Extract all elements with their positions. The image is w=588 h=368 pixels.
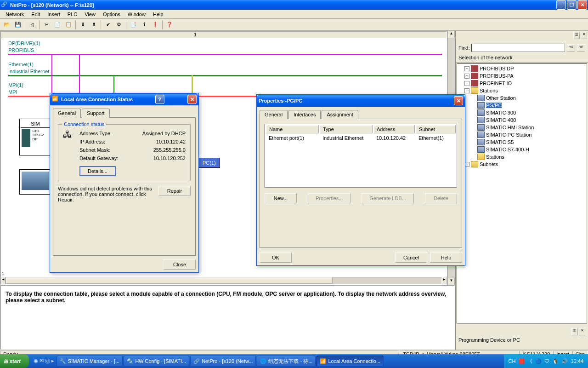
task-netpro[interactable]: 🔗NetPro - [s120 (Netw...: [190, 356, 256, 367]
tree-item[interactable]: -Stations: [458, 87, 586, 94]
desc-dock-icon[interactable]: ◫: [571, 328, 578, 335]
open-icon[interactable]: 📂: [2, 20, 12, 30]
tree-item[interactable]: SIMATIC S7-400-H: [458, 146, 586, 153]
cancel-button[interactable]: Cancel: [395, 253, 427, 263]
dev-icon: [477, 102, 485, 109]
h-scrollbar[interactable]: ◄►: [1, 277, 447, 284]
whatsthis-icon[interactable]: ❓: [164, 20, 175, 30]
catalog-description: Programming Device or PC: [458, 337, 585, 343]
find-up-icon[interactable]: m↑: [577, 44, 585, 52]
tree-item[interactable]: +PROFIBUS-PA: [458, 72, 586, 80]
tree-item[interactable]: Other Station: [458, 94, 586, 102]
menu-network[interactable]: Network: [2, 11, 28, 18]
print-icon[interactable]: 🖨: [27, 20, 37, 30]
tray-icon[interactable]: 🔵: [535, 358, 542, 364]
minimize-button[interactable]: _: [556, 0, 566, 10]
tray-icon[interactable]: 🛡: [544, 358, 549, 364]
tree-item[interactable]: Stations: [458, 153, 586, 161]
check-icon[interactable]: ✔: [103, 20, 113, 30]
ethernet-line[interactable]: [8, 75, 442, 76]
menu-plc[interactable]: PLC: [64, 11, 81, 18]
station-pc[interactable]: [19, 169, 51, 195]
tree-item[interactable]: SIMATIC 400: [458, 116, 586, 124]
tree-item[interactable]: +Subnets: [458, 161, 586, 168]
tree-item[interactable]: PG/PC: [458, 102, 586, 109]
tab-general-prop[interactable]: General: [260, 110, 288, 119]
compile-icon[interactable]: ⚙: [114, 20, 124, 30]
repair-button[interactable]: Repair: [158, 186, 191, 196]
tray-icon[interactable]: 🟥: [518, 358, 525, 364]
menu-window[interactable]: Window: [124, 11, 149, 18]
properties-close-button[interactable]: ✕: [454, 96, 463, 105]
tree-item[interactable]: SIMATIC 300: [458, 109, 586, 116]
tree-item[interactable]: +PROFIBUS DP: [458, 65, 586, 72]
station-simatic[interactable]: SIM CRT 3157-2 DP: [19, 119, 51, 155]
tray-icon[interactable]: 🔊: [561, 358, 568, 364]
profibus-line[interactable]: [8, 54, 442, 55]
task-connection[interactable]: 📶Local Area Connectio...: [317, 356, 384, 367]
mpi-label: MPI(1)MPI: [8, 82, 23, 96]
tab-interfaces[interactable]: Interfaces: [288, 110, 321, 119]
download-icon[interactable]: ⬇: [78, 20, 88, 30]
upload-icon[interactable]: ⬆: [89, 20, 99, 30]
menu-options[interactable]: Options: [99, 11, 124, 18]
cut-icon[interactable]: ✂: [41, 20, 51, 30]
folder-icon: [477, 154, 485, 160]
dialog-title: Local Area Connection Status: [61, 97, 133, 102]
quicklaunch-icon[interactable]: ◉: [34, 358, 38, 365]
maximize-button[interactable]: ❐: [567, 0, 577, 10]
task-browser[interactable]: 🌐组态无法下载 - 待...: [257, 356, 316, 367]
delete-button[interactable]: Delete: [425, 193, 457, 203]
tab-general[interactable]: General: [53, 109, 81, 118]
system-tray[interactable]: CH 🟥 《 🔵 🛡 🐧 🔊 10:44: [504, 354, 588, 368]
info-icon[interactable]: ℹ: [139, 20, 149, 30]
help-button[interactable]: Help: [430, 253, 462, 263]
generate-ldb-button[interactable]: Generate LDB...: [362, 193, 414, 203]
interfaces-table[interactable]: Name Type Address Subnet Ethernet port(1…: [265, 124, 457, 188]
menu-view[interactable]: View: [81, 11, 99, 18]
tab-assignment[interactable]: Assignment: [322, 110, 358, 119]
tree-item[interactable]: SIMATIC HMI Station: [458, 124, 586, 131]
details-button[interactable]: Details...: [79, 166, 116, 176]
catalog-tree[interactable]: +PROFIBUS DP+PROFIBUS-PA+PROFINET IO-Sta…: [457, 63, 587, 324]
tray-icon[interactable]: 🐧: [552, 358, 559, 364]
quicklaunch-icon[interactable]: ▸: [51, 358, 54, 365]
quicklaunch-icon[interactable]: ✉: [40, 358, 44, 365]
properties-button[interactable]: Properties...: [308, 193, 351, 203]
dialog-help-button[interactable]: ?: [155, 95, 164, 104]
catalog-icon[interactable]: 📑: [128, 20, 138, 30]
quicklaunch-icon[interactable]: ⓔ: [45, 358, 50, 365]
ok-button[interactable]: OK: [260, 253, 292, 263]
table-row[interactable]: Ethernet port(1) Industrial Ethernet 10.…: [266, 134, 456, 142]
dialog-close-button[interactable]: ✕: [187, 95, 197, 104]
paste-icon[interactable]: 📋: [63, 20, 74, 30]
close-button-dlg[interactable]: Close: [164, 259, 196, 270]
new-button[interactable]: New...: [265, 193, 297, 203]
copy-icon[interactable]: 📄: [52, 20, 62, 30]
task-simatic-manager[interactable]: 🔧SIMATIC Manager - [...: [57, 356, 123, 367]
pc-node[interactable]: PC(1): [198, 158, 220, 168]
save-icon[interactable]: 💾: [13, 20, 23, 30]
menu-insert[interactable]: Insert: [44, 11, 64, 18]
desc-close-icon[interactable]: ✕: [579, 328, 585, 335]
task-hwconfig[interactable]: 🔩HW Config - [SIMATI...: [124, 356, 189, 367]
taskbar: ⊞ start ◉ ✉ ⓔ ▸ 🔧SIMATIC Manager - [... …: [0, 354, 588, 368]
tree-item[interactable]: SIMATIC PC Station: [458, 131, 586, 138]
start-button[interactable]: ⊞ start: [0, 354, 29, 368]
find-down-icon[interactable]: m↓: [567, 44, 575, 52]
clock[interactable]: 10:44: [571, 358, 583, 364]
net-icon: [471, 65, 478, 72]
net-icon: [471, 80, 478, 86]
lang-indicator[interactable]: CH: [509, 358, 516, 364]
close-button[interactable]: ✕: [577, 0, 587, 10]
tray-icon[interactable]: 《: [527, 358, 532, 365]
tab-support[interactable]: Support: [82, 109, 110, 118]
tree-item[interactable]: SIMATIC S5: [458, 138, 586, 146]
panel-close-icon[interactable]: ✕: [581, 32, 587, 39]
find-input[interactable]: [471, 44, 565, 52]
menu-help[interactable]: Help: [149, 11, 167, 18]
menu-edit[interactable]: Edit: [28, 11, 44, 18]
panel-dock-icon[interactable]: ◫: [573, 32, 580, 39]
tree-item[interactable]: +PROFINET IO: [458, 80, 586, 87]
warn-icon[interactable]: ❗: [150, 20, 160, 30]
